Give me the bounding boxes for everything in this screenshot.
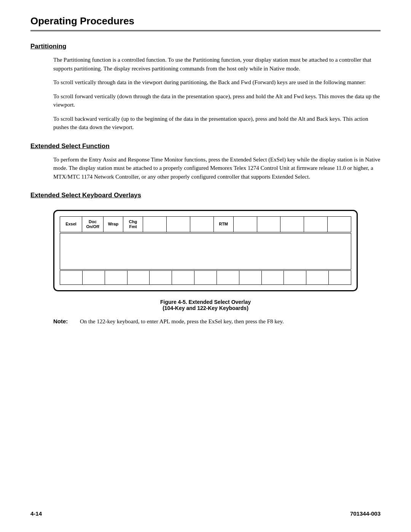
- partitioning-para-3: To scroll forward vertically (down throu…: [53, 92, 381, 109]
- partitioning-para-4: To scroll backward vertically (up to the…: [53, 115, 381, 132]
- key-exsel: Exsel: [60, 217, 82, 232]
- key-empty-5: [257, 217, 281, 232]
- figure-caption-line1: Figure 4-5. Extended Select Overlay: [53, 299, 358, 305]
- bottom-key-6: [172, 271, 194, 284]
- bottom-key-4: [127, 271, 150, 284]
- note-block: Note: On the 122-key keyboard, to enter …: [53, 317, 358, 326]
- bottom-key-1: [60, 271, 83, 284]
- section-heading-esf: Extended Select Function: [30, 142, 381, 150]
- page-title: Operating Procedures: [30, 15, 381, 27]
- bottom-key-13: [329, 271, 351, 284]
- key-wrap: Wrap: [104, 217, 123, 232]
- keyboard-middle-area: [60, 233, 351, 270]
- key-empty-7: [304, 217, 328, 232]
- bottom-key-3: [105, 271, 127, 284]
- esf-para-1: To perform the Entry Assist and Response…: [53, 155, 381, 181]
- key-rtm: RTM: [214, 217, 234, 232]
- section-heading-partitioning: Partitioning: [30, 43, 381, 50]
- page: Operating Procedures Partitioning The Pa…: [0, 0, 411, 532]
- keyboard-bottom-row: [60, 270, 351, 285]
- bottom-key-12: [306, 271, 329, 284]
- partitioning-para-2: To scroll vertically through data in the…: [53, 78, 381, 87]
- bottom-key-5: [150, 271, 172, 284]
- footer-page-number: 4-14: [30, 510, 42, 517]
- section-keyboard-overlays: Extended Select Keyboard Overlays Exsel …: [30, 192, 381, 326]
- partitioning-para-1: The Partitioning function is a controlle…: [53, 56, 381, 73]
- figure-caption: Figure 4-5. Extended Select Overlay (104…: [53, 299, 358, 311]
- footer-doc-number: 701344-003: [350, 510, 381, 517]
- page-header: Operating Procedures: [30, 15, 381, 31]
- bottom-key-8: [217, 271, 239, 284]
- section-partitioning: Partitioning The Partitioning function i…: [30, 43, 381, 132]
- key-empty-3: [190, 217, 214, 232]
- key-chg-fmt: ChgFmt: [123, 217, 143, 232]
- note-text: On the 122-key keyboard, to enter APL mo…: [80, 317, 358, 326]
- key-empty-8: [328, 217, 351, 232]
- keyboard-figure: Exsel DocOn/Off Wrap ChgFmt RTM: [53, 210, 358, 291]
- page-footer: 4-14 701344-003: [30, 510, 381, 517]
- bottom-key-11: [284, 271, 306, 284]
- bottom-key-7: [194, 271, 217, 284]
- section-heading-esko: Extended Select Keyboard Overlays: [30, 192, 381, 199]
- bottom-key-10: [262, 271, 284, 284]
- bottom-key-2: [83, 271, 105, 284]
- bottom-key-9: [239, 271, 262, 284]
- note-label: Note:: [53, 317, 76, 326]
- figure-caption-line2: (104-Key and 122-Key Keyboards): [53, 305, 358, 311]
- key-empty-1: [143, 217, 167, 232]
- key-empty-4: [234, 217, 257, 232]
- key-empty-2: [167, 217, 190, 232]
- section-extended-select-function: Extended Select Function To perform the …: [30, 142, 381, 181]
- key-doc-onoff: DocOn/Off: [82, 217, 104, 232]
- key-empty-6: [280, 217, 304, 232]
